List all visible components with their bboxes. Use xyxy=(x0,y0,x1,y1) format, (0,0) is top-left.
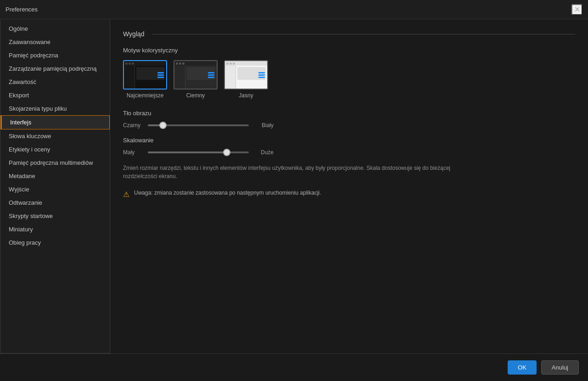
bg-slider-right-label: Biały xyxy=(255,122,274,129)
scale-slider-track[interactable] xyxy=(148,151,249,153)
theme-thumbnail-dark[interactable] xyxy=(174,60,218,90)
ok-button[interactable]: OK xyxy=(508,360,537,375)
bottom-bar: OK Anuluj xyxy=(0,353,588,381)
sidebar-item-pamiec-podreczna[interactable]: Pamięć podręczna xyxy=(0,49,110,62)
sidebar-item-skojarzenia-typu-pliku[interactable]: Skojarzenia typu pliku xyxy=(0,102,110,115)
bg-slider-left-label: Czarny xyxy=(123,122,141,129)
sidebar-item-obieg-pracy[interactable]: Obieg pracy xyxy=(0,236,110,249)
theme-name-dark: Ciemny xyxy=(186,92,205,99)
sidebar-item-wyjscie[interactable]: Wyjście xyxy=(0,183,110,196)
sidebar: OgólneZaawansowanePamięć podręcznaZarząd… xyxy=(0,19,110,353)
sidebar-item-eksport[interactable]: Eksport xyxy=(0,89,110,102)
theme-thumbnail-light[interactable] xyxy=(224,60,268,90)
theme-option-darkest[interactable]: Najciemniejsze xyxy=(123,60,167,99)
bg-slider-row: Czarny Biały xyxy=(123,122,575,129)
sidebar-item-skrypty-startowe[interactable]: Skrypty startowe xyxy=(0,209,110,223)
warning-text: Uwaga: zmiana zostanie zastosowana po na… xyxy=(134,190,321,196)
sidebar-item-etykiety-i-oceny[interactable]: Etykiety i oceny xyxy=(0,143,110,156)
sidebar-item-miniatury[interactable]: Miniatury xyxy=(0,223,110,236)
section-title: Wygląd xyxy=(123,30,145,38)
theme-options: Najciemniejsze xyxy=(123,60,575,99)
close-button[interactable]: ✕ xyxy=(571,4,582,15)
scale-slider-left-label: Mały xyxy=(123,149,141,156)
sidebar-item-slowa-kluczowe[interactable]: Słowa kluczowe xyxy=(0,129,110,143)
sidebar-item-pamiec-multimediow[interactable]: Pamięć podręczna multimediów xyxy=(0,156,110,169)
scale-slider-row: Mały Duże xyxy=(123,149,575,156)
dialog-body: OgólneZaawansowanePamięć podręcznaZarząd… xyxy=(0,19,588,353)
theme-option-light[interactable]: Jasny xyxy=(224,60,268,99)
theme-thumbnail-darkest[interactable] xyxy=(123,60,167,90)
scaling-label: Skalowanie xyxy=(123,137,575,144)
cancel-button[interactable]: Anuluj xyxy=(541,360,579,375)
theme-option-dark[interactable]: Ciemny xyxy=(174,60,218,99)
titlebar: Preferences ✕ xyxy=(0,0,588,19)
sidebar-item-zarzadzanie-pamiecia[interactable]: Zarządzanie pamięcią podręczną xyxy=(0,62,110,75)
sidebar-item-metadane[interactable]: Metadane xyxy=(0,169,110,183)
warning-box: ⚠ Uwaga: zmiana zostanie zastosowana po … xyxy=(123,188,575,201)
section-header: Wygląd xyxy=(123,30,575,38)
sidebar-item-zawartosc[interactable]: Zawartość xyxy=(0,75,110,89)
dialog-title: Preferences xyxy=(6,6,38,13)
bg-slider-track[interactable] xyxy=(148,124,249,126)
scale-slider-right-label: Duże xyxy=(255,149,274,156)
section-divider xyxy=(152,34,575,34)
theme-name-darkest: Najciemniejsze xyxy=(127,92,164,99)
sidebar-item-zaawansowane[interactable]: Zaawansowane xyxy=(0,35,110,49)
scaling-description: Zmień rozmiar narzędzi, tekstu i innych … xyxy=(123,164,472,180)
image-bg-label: Tło obrazu xyxy=(123,110,575,117)
warning-icon: ⚠ xyxy=(123,190,129,199)
theme-label: Motyw kolorystyczny xyxy=(123,47,575,54)
theme-name-light: Jasny xyxy=(239,92,253,99)
sidebar-item-interfejs[interactable]: Interfejs xyxy=(0,115,110,129)
content-area: Wygląd Motyw kolorystyczny xyxy=(110,19,588,353)
sidebar-item-ogolne[interactable]: Ogólne xyxy=(0,22,110,35)
sidebar-item-odtwarzanie[interactable]: Odtwarzanie xyxy=(0,196,110,209)
